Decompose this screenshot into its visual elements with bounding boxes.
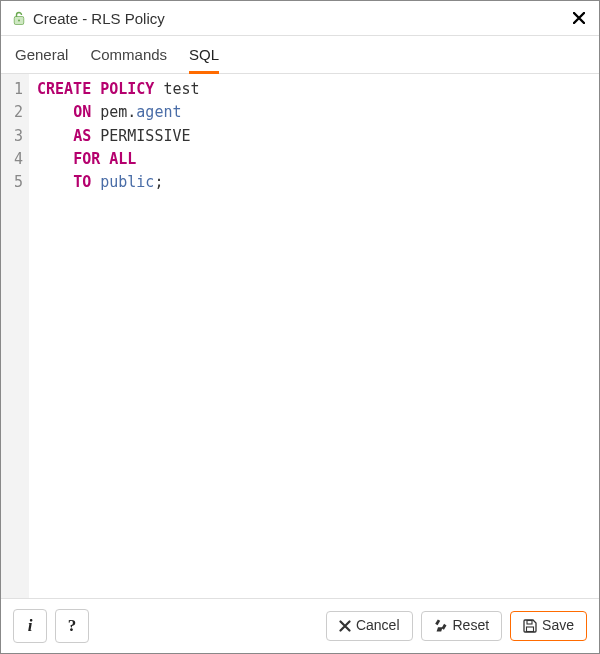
line-number: 3 xyxy=(9,125,23,148)
svg-point-2 xyxy=(18,20,20,22)
info-icon: i xyxy=(28,616,33,636)
close-button[interactable] xyxy=(569,7,589,29)
close-icon xyxy=(573,8,585,28)
line-gutter: 12345 xyxy=(1,74,29,598)
dialog-footer: i ? Cancel Reset Save xyxy=(1,599,599,653)
help-button[interactable]: ? xyxy=(55,609,89,643)
tab-sql[interactable]: SQL xyxy=(189,37,219,74)
line-number: 1 xyxy=(9,78,23,101)
save-icon xyxy=(523,619,537,633)
cancel-label: Cancel xyxy=(356,618,400,633)
svg-rect-3 xyxy=(527,620,532,624)
tab-commands[interactable]: Commands xyxy=(90,37,167,74)
cancel-icon xyxy=(339,620,351,632)
code-area[interactable]: CREATE POLICY test ON pem.agent AS PERMI… xyxy=(29,74,599,598)
info-button[interactable]: i xyxy=(13,609,47,643)
code-line: TO public; xyxy=(37,171,591,194)
svg-rect-4 xyxy=(527,627,534,632)
window-title: Create - RLS Policy xyxy=(33,10,569,27)
lock-icon xyxy=(11,10,27,26)
save-button[interactable]: Save xyxy=(510,611,587,640)
cancel-button[interactable]: Cancel xyxy=(326,611,413,640)
help-icon: ? xyxy=(68,616,77,636)
sql-editor[interactable]: 12345 CREATE POLICY test ON pem.agent AS… xyxy=(1,74,599,599)
line-number: 2 xyxy=(9,101,23,124)
code-line: AS PERMISSIVE xyxy=(37,125,591,148)
code-line: FOR ALL xyxy=(37,148,591,171)
reset-label: Reset xyxy=(453,618,490,633)
recycle-icon xyxy=(434,619,448,633)
save-label: Save xyxy=(542,618,574,633)
code-line: ON pem.agent xyxy=(37,101,591,124)
code-line: CREATE POLICY test xyxy=(37,78,591,101)
line-number: 5 xyxy=(9,171,23,194)
reset-button[interactable]: Reset xyxy=(421,611,503,640)
line-number: 4 xyxy=(9,148,23,171)
tabbar: General Commands SQL xyxy=(1,36,599,74)
tab-general[interactable]: General xyxy=(15,37,68,74)
titlebar: Create - RLS Policy xyxy=(1,1,599,36)
